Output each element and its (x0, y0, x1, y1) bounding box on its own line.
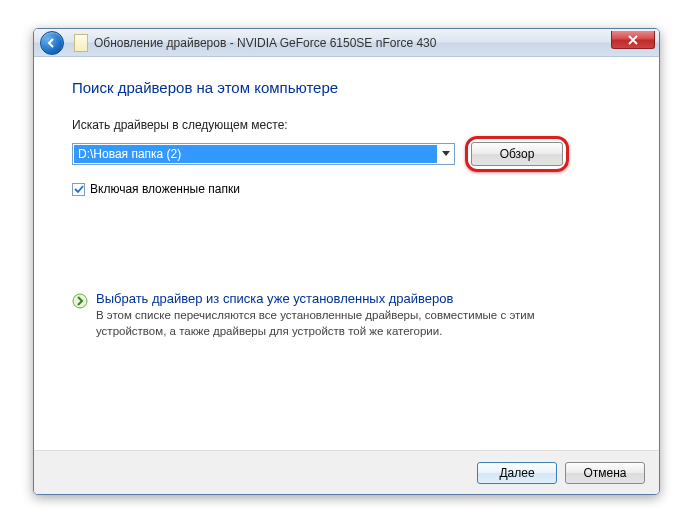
window-title: Обновление драйверов - NVIDIA GeForce 61… (94, 36, 436, 50)
include-subfolders-checkbox[interactable] (72, 183, 85, 196)
link-text-block: Выбрать драйвер из списка уже установлен… (96, 291, 586, 339)
arrow-right-icon (72, 293, 88, 309)
chevron-down-icon (442, 151, 450, 157)
pick-from-list-link[interactable]: Выбрать драйвер из списка уже установлен… (72, 291, 621, 339)
browse-button[interactable]: Обзор (471, 142, 563, 166)
next-button[interactable]: Далее (477, 462, 557, 484)
link-description: В этом списке перечисляются все установл… (96, 308, 586, 339)
content-area: Поиск драйверов на этом компьютере Искат… (34, 57, 659, 339)
checkmark-icon (74, 184, 84, 194)
back-arrow-icon (46, 37, 58, 49)
path-combobox[interactable]: D:\Новая папка (2) (72, 143, 455, 165)
close-icon (628, 35, 638, 45)
svg-point-0 (73, 294, 87, 308)
cancel-button[interactable]: Отмена (565, 462, 645, 484)
footer: Далее Отмена (34, 450, 659, 494)
close-button[interactable] (611, 31, 655, 49)
combo-dropdown-arrow[interactable] (438, 144, 454, 164)
path-value: D:\Новая папка (2) (74, 145, 437, 163)
document-icon (74, 34, 88, 52)
include-subfolders-label: Включая вложенные папки (90, 182, 240, 196)
page-heading: Поиск драйверов на этом компьютере (72, 79, 621, 96)
browse-highlight: Обзор (465, 136, 569, 172)
include-subfolders-row: Включая вложенные папки (72, 182, 621, 196)
link-title: Выбрать драйвер из списка уже установлен… (96, 291, 586, 306)
search-location-label: Искать драйверы в следующем месте: (72, 118, 621, 132)
path-row: D:\Новая папка (2) Обзор (72, 136, 621, 172)
titlebar: Обновление драйверов - NVIDIA GeForce 61… (34, 29, 659, 57)
driver-update-window: Обновление драйверов - NVIDIA GeForce 61… (33, 28, 660, 495)
back-button[interactable] (40, 31, 64, 55)
